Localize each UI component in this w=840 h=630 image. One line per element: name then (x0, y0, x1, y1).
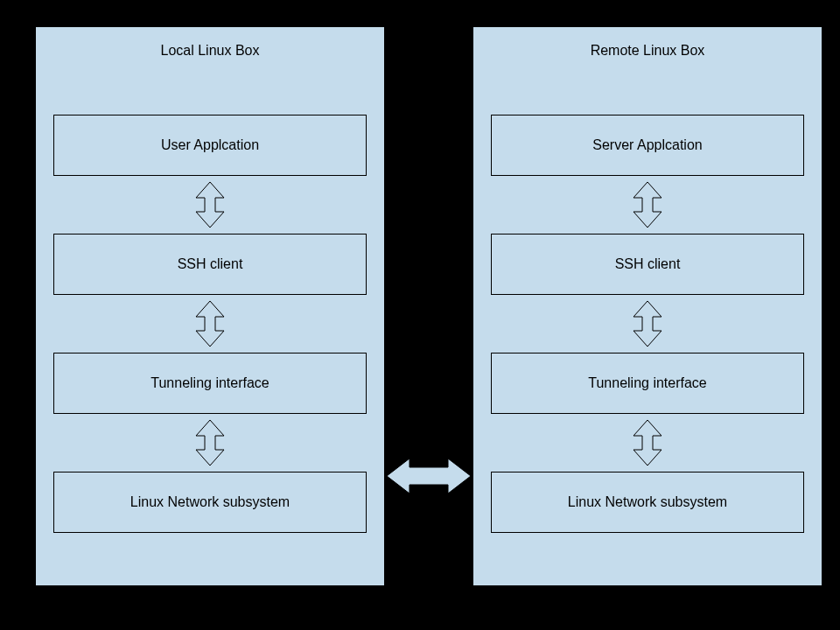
diagram-canvas: Local Linux Box User Applcation SSH clie… (0, 0, 840, 630)
bidirectional-arrow-icon (626, 418, 668, 467)
right-node-ssh-client: SSH client (491, 234, 804, 295)
left-node-linux-network-subsystem: Linux Network subsystem (53, 472, 367, 533)
right-box-title: Remote Linux Box (473, 43, 822, 59)
node-label: SSH client (615, 256, 681, 272)
right-node-linux-network-subsystem: Linux Network subsystem (491, 472, 804, 533)
left-box: Local Linux Box User Applcation SSH clie… (35, 26, 385, 586)
left-node-user-application: User Applcation (53, 115, 367, 176)
node-label: SSH client (178, 256, 243, 272)
right-node-server-application: Server Applcation (491, 115, 804, 176)
bidirectional-arrow-icon (626, 180, 668, 229)
node-label: Server Applcation (592, 137, 702, 153)
right-box: Remote Linux Box Server Applcation SSH c… (472, 26, 822, 586)
node-label: Linux Network subsystem (130, 494, 290, 510)
left-box-title: Local Linux Box (36, 43, 384, 59)
node-label: Linux Network subsystem (568, 494, 727, 510)
left-node-ssh-client: SSH client (53, 234, 367, 295)
horizontal-bidirectional-arrow-icon (385, 457, 472, 495)
right-node-tunneling-interface: Tunneling interface (491, 353, 804, 414)
bidirectional-arrow-icon (189, 299, 231, 348)
node-label: User Applcation (161, 137, 259, 153)
node-label: Tunneling interface (588, 375, 707, 391)
bidirectional-arrow-icon (189, 180, 231, 229)
bidirectional-arrow-icon (626, 299, 668, 348)
bidirectional-arrow-icon (189, 418, 231, 467)
node-label: Tunneling interface (150, 375, 270, 391)
left-node-tunneling-interface: Tunneling interface (53, 353, 367, 414)
